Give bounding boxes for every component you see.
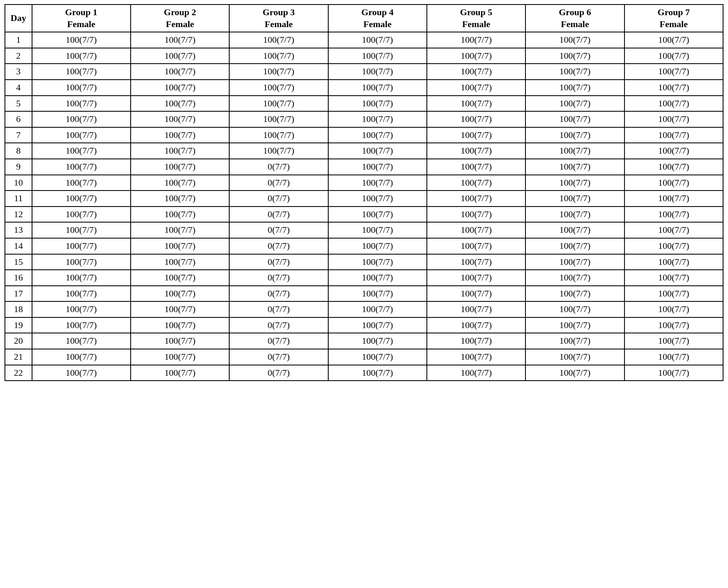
cell-g3: 0(7/7) <box>229 207 328 223</box>
cell-day: 9 <box>5 159 32 175</box>
cell-g4: 100(7/7) <box>328 191 427 207</box>
cell-g4: 100(7/7) <box>328 32 427 48</box>
cell-day: 11 <box>5 191 32 207</box>
cell-g1: 100(7/7) <box>32 286 131 302</box>
cell-g1: 100(7/7) <box>32 48 131 64</box>
cell-g7: 100(7/7) <box>624 64 723 80</box>
cell-g5: 100(7/7) <box>427 96 525 112</box>
cell-g6: 100(7/7) <box>525 191 624 207</box>
cell-g2: 100(7/7) <box>131 191 229 207</box>
cell-g7: 100(7/7) <box>624 111 723 127</box>
cell-g4: 100(7/7) <box>328 48 427 64</box>
cell-g3: 100(7/7) <box>229 143 328 159</box>
cell-g3: 100(7/7) <box>229 64 328 80</box>
cell-g7: 100(7/7) <box>624 238 723 254</box>
cell-g6: 100(7/7) <box>525 270 624 286</box>
cell-g5: 100(7/7) <box>427 365 525 381</box>
table-row: 8100(7/7)100(7/7)100(7/7)100(7/7)100(7/7… <box>5 143 723 159</box>
cell-g7: 100(7/7) <box>624 127 723 143</box>
cell-g1: 100(7/7) <box>32 111 131 127</box>
cell-day: 22 <box>5 365 32 381</box>
table-row: 2100(7/7)100(7/7)100(7/7)100(7/7)100(7/7… <box>5 48 723 64</box>
cell-g6: 100(7/7) <box>525 207 624 223</box>
cell-g2: 100(7/7) <box>131 317 229 333</box>
cell-g6: 100(7/7) <box>525 175 624 191</box>
cell-g7: 100(7/7) <box>624 32 723 48</box>
table-row: 4100(7/7)100(7/7)100(7/7)100(7/7)100(7/7… <box>5 80 723 96</box>
cell-g2: 100(7/7) <box>131 143 229 159</box>
cell-g2: 100(7/7) <box>131 365 229 381</box>
cell-g4: 100(7/7) <box>328 238 427 254</box>
table-row: 3100(7/7)100(7/7)100(7/7)100(7/7)100(7/7… <box>5 64 723 80</box>
table-row: 12100(7/7)100(7/7)0(7/7)100(7/7)100(7/7)… <box>5 207 723 223</box>
table-body: 1100(7/7)100(7/7)100(7/7)100(7/7)100(7/7… <box>5 32 723 381</box>
cell-g6: 100(7/7) <box>525 32 624 48</box>
cell-g3: 0(7/7) <box>229 365 328 381</box>
table-row: 18100(7/7)100(7/7)0(7/7)100(7/7)100(7/7)… <box>5 301 723 317</box>
col-header-group4: Group 4Female <box>328 5 427 32</box>
cell-g4: 100(7/7) <box>328 222 427 238</box>
cell-g5: 100(7/7) <box>427 191 525 207</box>
cell-g5: 100(7/7) <box>427 207 525 223</box>
cell-g4: 100(7/7) <box>328 286 427 302</box>
cell-g7: 100(7/7) <box>624 270 723 286</box>
col-header-group1: Group 1Female <box>32 5 131 32</box>
table-row: 6100(7/7)100(7/7)100(7/7)100(7/7)100(7/7… <box>5 111 723 127</box>
cell-g1: 100(7/7) <box>32 175 131 191</box>
cell-g3: 0(7/7) <box>229 301 328 317</box>
cell-g1: 100(7/7) <box>32 254 131 270</box>
cell-g7: 100(7/7) <box>624 301 723 317</box>
cell-g2: 100(7/7) <box>131 64 229 80</box>
cell-g1: 100(7/7) <box>32 127 131 143</box>
cell-day: 4 <box>5 80 32 96</box>
table-row: 19100(7/7)100(7/7)0(7/7)100(7/7)100(7/7)… <box>5 317 723 333</box>
cell-g3: 0(7/7) <box>229 270 328 286</box>
cell-g2: 100(7/7) <box>131 80 229 96</box>
cell-g7: 100(7/7) <box>624 175 723 191</box>
cell-g3: 100(7/7) <box>229 127 328 143</box>
cell-g1: 100(7/7) <box>32 207 131 223</box>
cell-day: 1 <box>5 32 32 48</box>
cell-g4: 100(7/7) <box>328 143 427 159</box>
cell-g4: 100(7/7) <box>328 96 427 112</box>
cell-g5: 100(7/7) <box>427 64 525 80</box>
cell-g5: 100(7/7) <box>427 222 525 238</box>
cell-g1: 100(7/7) <box>32 64 131 80</box>
cell-day: 10 <box>5 175 32 191</box>
cell-g6: 100(7/7) <box>525 365 624 381</box>
cell-g2: 100(7/7) <box>131 127 229 143</box>
cell-g6: 100(7/7) <box>525 317 624 333</box>
cell-g2: 100(7/7) <box>131 96 229 112</box>
cell-day: 3 <box>5 64 32 80</box>
cell-g2: 100(7/7) <box>131 207 229 223</box>
cell-g7: 100(7/7) <box>624 80 723 96</box>
cell-g2: 100(7/7) <box>131 333 229 349</box>
cell-g4: 100(7/7) <box>328 349 427 365</box>
cell-g3: 0(7/7) <box>229 286 328 302</box>
cell-g7: 100(7/7) <box>624 222 723 238</box>
cell-g6: 100(7/7) <box>525 286 624 302</box>
cell-g4: 100(7/7) <box>328 254 427 270</box>
cell-g7: 100(7/7) <box>624 159 723 175</box>
cell-day: 7 <box>5 127 32 143</box>
cell-g2: 100(7/7) <box>131 48 229 64</box>
cell-g6: 100(7/7) <box>525 349 624 365</box>
cell-g4: 100(7/7) <box>328 365 427 381</box>
cell-g1: 100(7/7) <box>32 301 131 317</box>
col-header-group6: Group 6Female <box>525 5 624 32</box>
cell-g1: 100(7/7) <box>32 317 131 333</box>
cell-g4: 100(7/7) <box>328 64 427 80</box>
cell-g2: 100(7/7) <box>131 175 229 191</box>
cell-g1: 100(7/7) <box>32 191 131 207</box>
table-row: 5100(7/7)100(7/7)100(7/7)100(7/7)100(7/7… <box>5 96 723 112</box>
cell-day: 19 <box>5 317 32 333</box>
cell-g4: 100(7/7) <box>328 80 427 96</box>
cell-g7: 100(7/7) <box>624 207 723 223</box>
cell-g5: 100(7/7) <box>427 286 525 302</box>
cell-g5: 100(7/7) <box>427 175 525 191</box>
cell-g1: 100(7/7) <box>32 365 131 381</box>
cell-g3: 0(7/7) <box>229 254 328 270</box>
table-row: 10100(7/7)100(7/7)0(7/7)100(7/7)100(7/7)… <box>5 175 723 191</box>
col-header-group5: Group 5Female <box>427 5 525 32</box>
cell-g2: 100(7/7) <box>131 32 229 48</box>
